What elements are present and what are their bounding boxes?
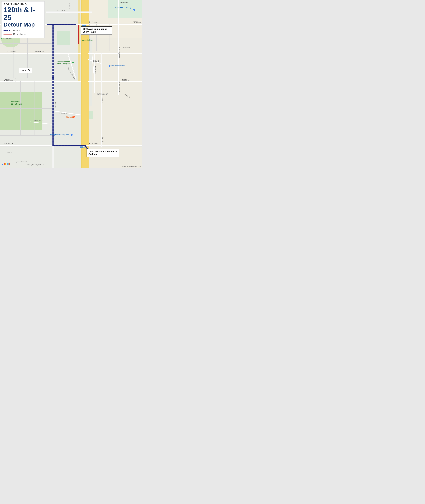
subtitle: SOUTHBOUND	[4, 3, 42, 6]
svg-text:Northwest: Northwest	[11, 101, 20, 102]
svg-text:E 104th Ave: E 104th Ave	[89, 143, 98, 145]
svg-text:P: P	[133, 9, 134, 11]
svg-point-91	[72, 61, 74, 63]
svg-text:The Green Solution: The Green Solution	[111, 65, 125, 67]
svg-rect-24	[0, 81, 81, 82]
svg-text:Northglenn: Northglenn	[97, 93, 108, 95]
detour-dot-3	[7, 30, 8, 31]
legend-box: SOUTHBOUND 120th & I-25 Detour Map Detou…	[1, 1, 45, 38]
120th-onramp-label: 120th Ave South-bound I-25 On-Ramp	[83, 28, 109, 33]
svg-text:Cinzzetti's: Cinzzetti's	[66, 116, 74, 118]
legend-items: Detour Road closure	[4, 29, 42, 35]
detour-dot-2	[5, 30, 7, 31]
closure-label: Road closure	[13, 33, 26, 35]
detour-dot-1	[4, 30, 5, 31]
104th-onramp-callout: 104th Ave South-bound I-25 On-Ramp	[86, 149, 119, 157]
map-attribution: Map data ©2018 Google United	[122, 166, 141, 167]
google-logo: Google	[2, 162, 10, 165]
svg-text:Huron St: Huron St	[54, 101, 56, 108]
svg-rect-38	[0, 95, 53, 95]
svg-text:Grant Dr: Grant Dr	[102, 137, 104, 142]
svg-rect-35	[0, 43, 53, 44]
detail-title: Detour Map	[4, 21, 42, 28]
svg-text:Open Space: Open Space	[11, 103, 22, 105]
svg-text:Northglenn High School: Northglenn High School	[27, 164, 44, 166]
svg-text:W 112th Ave: W 112th Ave	[4, 79, 13, 81]
svg-rect-8	[57, 31, 70, 45]
main-title: 120th & I-25	[4, 6, 42, 21]
svg-text:Los St: Los St	[14, 79, 16, 82]
svg-text:N Pecos St: N Pecos St	[20, 161, 27, 163]
svg-text:Washington St: Washington St	[118, 47, 120, 58]
closure-legend-item: Road closure	[4, 33, 42, 35]
svg-rect-25	[88, 81, 142, 82]
svg-rect-2	[92, 38, 142, 106]
svg-text:Washington St: Washington St	[118, 81, 120, 92]
svg-text:Boondocks Food: Boondocks Food	[57, 61, 70, 63]
svg-rect-23	[88, 53, 142, 54]
detour-legend-item: Detour	[4, 29, 42, 32]
104th-onramp-label: 104th Ave South-bound I-25 On-Ramp	[88, 150, 117, 155]
svg-text:Kennedy Dr: Kennedy Dr	[60, 113, 67, 114]
svg-text:P: P	[71, 134, 72, 136]
svg-text:W 104th Ave: W 104th Ave	[4, 143, 13, 145]
svg-text:W 121st Ave: W 121st Ave	[57, 9, 66, 11]
svg-text:Memorial Park: Memorial Park	[82, 39, 93, 41]
svg-text:Pennsylvania: Pennsylvania	[119, 1, 128, 3]
huron-st-label: Huron St	[21, 69, 30, 71]
map-container: 25 25 87	[0, 0, 142, 168]
detour-dot-4	[9, 30, 10, 31]
svg-text:E 120th Ave: E 120th Ave	[133, 21, 141, 23]
detour-line-symbol	[4, 30, 12, 31]
svg-rect-41	[0, 135, 53, 136]
svg-text:Highline Dr: Highline Dr	[95, 66, 97, 74]
svg-text:W 116th Ave: W 116th Ave	[7, 51, 16, 53]
svg-text:Phillips Dr: Phillips Dr	[123, 47, 130, 48]
svg-rect-3	[88, 106, 142, 168]
svg-text:P: P	[109, 65, 110, 67]
svg-text:Thorncreek Crossing: Thorncreek Crossing	[113, 6, 131, 8]
svg-text:Hancock St: Hancock St	[68, 2, 70, 9]
svg-rect-39	[0, 108, 53, 109]
svg-text:Quivas: Quivas	[16, 161, 20, 163]
huron-st-callout: Huron St	[19, 68, 32, 73]
svg-text:& Fun Northglenn: & Fun Northglenn	[57, 63, 70, 65]
svg-text:Ura Ln: Ura Ln	[7, 152, 12, 153]
svg-text:Northglenn Marketplace: Northglenn Marketplace	[50, 134, 69, 136]
svg-rect-20	[46, 12, 92, 13]
svg-text:E 112th Ave: E 112th Ave	[122, 79, 131, 81]
svg-text:E 120th Ave: E 120th Ave	[89, 21, 98, 23]
svg-text:11: 11	[73, 117, 75, 118]
svg-text:W 116th Ave: W 116th Ave	[35, 51, 44, 53]
120th-onramp-callout: 120th Ave South-bound I-25 On-Ramp	[81, 26, 112, 35]
svg-text:Grant Dr: Grant Dr	[102, 97, 104, 103]
svg-rect-40	[0, 122, 53, 122]
detour-label: Detour	[13, 29, 20, 32]
svg-text:Roseanna Dr: Roseanna Dr	[34, 120, 43, 121]
closure-line-symbol	[4, 34, 12, 34]
svg-text:Malley Dr: Malley Dr	[93, 60, 100, 62]
